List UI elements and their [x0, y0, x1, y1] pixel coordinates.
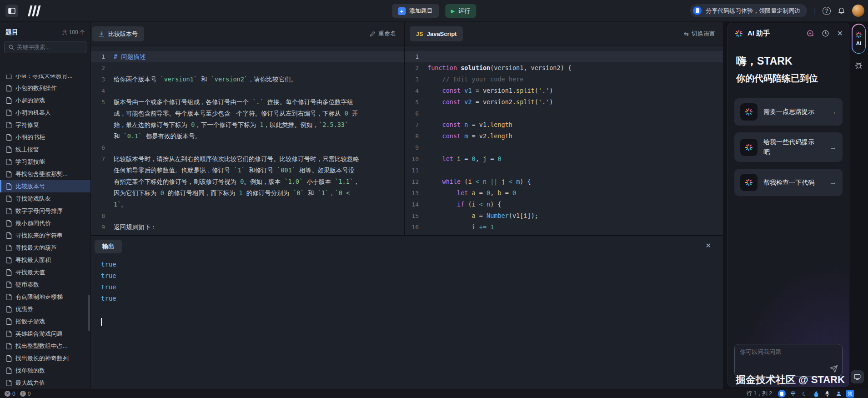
- floating-widget-button[interactable]: [851, 370, 864, 383]
- run-button[interactable]: ▶ 运行: [445, 4, 476, 18]
- sidebar-item-label: 小明的书柜: [15, 133, 45, 141]
- sidebar-scrollbar[interactable]: [88, 295, 90, 331]
- code-line: 16 i += 1: [405, 222, 723, 233]
- ai-panel-title: AI 助手: [748, 29, 798, 38]
- sidebar-item-比较版本号[interactable]: 比较版本号: [0, 180, 90, 192]
- bug-icon[interactable]: [854, 61, 863, 71]
- line-number: 10: [405, 153, 427, 165]
- new-chat-icon[interactable]: [806, 30, 814, 37]
- history-icon[interactable]: [822, 30, 829, 37]
- sidebar-item-有点限制地走楼梯[interactable]: 有点限制地走楼梯: [0, 291, 90, 303]
- mic-icon[interactable]: [823, 390, 831, 398]
- sidebar-item-硬币凑数[interactable]: 硬币凑数: [0, 278, 90, 291]
- code-line-text: [427, 51, 723, 62]
- sparkle-icon: [740, 139, 758, 156]
- description-editor[interactable]: 1# 问题描述23给你两个版本号 `version1` 和 `version2`…: [91, 45, 404, 235]
- description-header: 比较版本号 重命名: [91, 22, 404, 45]
- sidebar-item-label: 找出最长的神奇数列: [15, 354, 69, 363]
- line-number: 9: [91, 222, 114, 233]
- rename-label: 重命名: [378, 30, 396, 38]
- output-close-icon[interactable]: ✕: [705, 242, 711, 250]
- ime-chinese-icon[interactable]: 中: [789, 390, 797, 398]
- search-input[interactable]: [17, 44, 82, 50]
- switch-language-button[interactable]: ⇆ 切换语言: [684, 30, 715, 38]
- search-box[interactable]: [4, 41, 86, 53]
- sidebar-item-寻找游戏队友[interactable]: 寻找游戏队友: [0, 192, 90, 205]
- bell-icon[interactable]: [838, 7, 845, 15]
- line-number: [91, 176, 114, 187]
- code-line: 4 const v1 = version1.split('.'): [405, 85, 723, 96]
- file-icon: [6, 318, 12, 325]
- sidebar-item-寻找包含斐波那契[interactable]: 寻找包含斐波那契...: [0, 168, 90, 180]
- promo-banner[interactable]: 分享代码练习体验，领限量定制周边: [690, 4, 807, 17]
- description-tab[interactable]: 比较版本号: [92, 26, 144, 41]
- sidebar-item-线上报警[interactable]: 线上报警: [0, 143, 90, 156]
- sidebar-item-找出最长的神奇数列[interactable]: 找出最长的神奇数列: [0, 352, 90, 364]
- description-pane: 比较版本号 重命名 1# 问题描述23给你两个版本号 `version1` 和 …: [91, 22, 405, 235]
- send-icon[interactable]: [830, 365, 838, 373]
- language-tab[interactable]: JS JavaScript: [410, 26, 463, 41]
- sidebar-item-小包的数列操作[interactable]: 小包的数列操作: [0, 82, 90, 94]
- output-console[interactable]: truetruetruetrue: [101, 259, 718, 327]
- simplified-chinese-icon[interactable]: 简: [846, 390, 854, 398]
- sidebar-item-最大战力值[interactable]: 最大战力值: [0, 377, 90, 389]
- sidebar-item-找单独的数[interactable]: 找单独的数: [0, 364, 90, 377]
- ai-suggestion-label: 帮我检查一下代码: [763, 178, 819, 188]
- ai-input-box[interactable]: [734, 344, 843, 377]
- ai-suggestion-card-3[interactable]: 帮我检查一下代码→: [734, 169, 843, 196]
- drop-icon[interactable]: [812, 390, 820, 398]
- sidebar-toggle-button[interactable]: [5, 5, 18, 17]
- sidebar-item-优惠券[interactable]: 优惠券: [0, 303, 90, 315]
- ai-toggle-button[interactable]: AI: [852, 24, 866, 54]
- warning-count[interactable]: ! 0: [20, 391, 31, 397]
- line-number: [91, 199, 114, 210]
- line-number: 12: [405, 176, 427, 187]
- sidebar-item-数字字母问号排序[interactable]: 数字字母问号排序: [0, 205, 90, 217]
- code-line: 1: [405, 51, 723, 62]
- app-grid-icon[interactable]: [858, 390, 865, 398]
- add-question-button[interactable]: ＋ 添加题目: [392, 4, 439, 18]
- code-editor[interactable]: 12function solution(version1, version2) …: [405, 45, 723, 235]
- ai-suggestion-card-2[interactable]: 给我一些代码提示吧→: [734, 132, 843, 162]
- code-line-text: const v2 = version2.split('.'): [427, 96, 723, 108]
- cursor-position[interactable]: 行 1，列 2: [747, 390, 772, 398]
- sidebar-item-寻找最大的葫芦[interactable]: 寻找最大的葫芦: [0, 242, 90, 254]
- switch-arrows-icon: ⇆: [684, 30, 689, 37]
- ai-suggestion-card-1[interactable]: 需要一点思路提示→: [734, 98, 843, 126]
- sidebar-item-寻找最大面积[interactable]: 寻找最大面积: [0, 254, 90, 266]
- sidebar-item-寻找原来的字符串[interactable]: 寻找原来的字符串: [0, 229, 90, 242]
- description-line-text: [114, 210, 404, 222]
- sidebar-item-label: 字符修复: [15, 121, 39, 129]
- avatar[interactable]: [852, 5, 864, 17]
- sidebar-item-小超的游戏[interactable]: 小超的游戏: [0, 94, 90, 106]
- sidebar-item-找出整型数组中占[interactable]: 找出整型数组中占...: [0, 340, 90, 352]
- error-count[interactable]: ✕ 0: [5, 391, 15, 397]
- code-header: JS JavaScript ⇆ 切换语言: [405, 22, 723, 45]
- sidebar-item-小M寻找大佬教育[interactable]: 小M：寻找大佬教育...: [0, 75, 90, 82]
- sidebar-item-小明的机器人[interactable]: 小明的机器人: [0, 106, 90, 119]
- sidebar-item-英雄组合游戏问题[interactable]: 英雄组合游戏问题: [0, 327, 90, 340]
- file-icon: [6, 380, 12, 386]
- juejin-tray-icon[interactable]: [778, 390, 786, 398]
- app-logo: [25, 5, 42, 18]
- sidebar-item-最小趋同代价[interactable]: 最小趋同代价: [0, 217, 90, 229]
- rename-button[interactable]: 重命名: [370, 30, 396, 38]
- output-tab[interactable]: 输出: [95, 240, 122, 253]
- line-number: 3: [405, 74, 427, 85]
- sidebar-item-寻找最大值[interactable]: 寻找最大值: [0, 266, 90, 278]
- sidebar-item-学习新技能[interactable]: 学习新技能: [0, 156, 90, 168]
- sidebar-item-字符修复[interactable]: 字符修复: [0, 119, 90, 131]
- ai-close-icon[interactable]: ✕: [837, 29, 843, 38]
- sidebar-item-摇骰子游戏[interactable]: 摇骰子游戏: [0, 315, 90, 327]
- line-number: 5: [91, 96, 114, 108]
- ai-greeting-line1: 嗨，STARK: [736, 54, 849, 68]
- account-icon[interactable]: [835, 390, 843, 398]
- sidebar-item-小明的书柜[interactable]: 小明的书柜: [0, 131, 90, 143]
- file-icon: [6, 368, 12, 374]
- help-icon[interactable]: ?: [823, 7, 831, 15]
- line-number: 4: [405, 85, 427, 96]
- dark-mode-icon[interactable]: ☾: [801, 390, 808, 398]
- ai-input[interactable]: [740, 348, 838, 365]
- warning-count-value: 0: [28, 391, 31, 397]
- code-line: 5 const v2 = version2.split('.'): [405, 96, 723, 108]
